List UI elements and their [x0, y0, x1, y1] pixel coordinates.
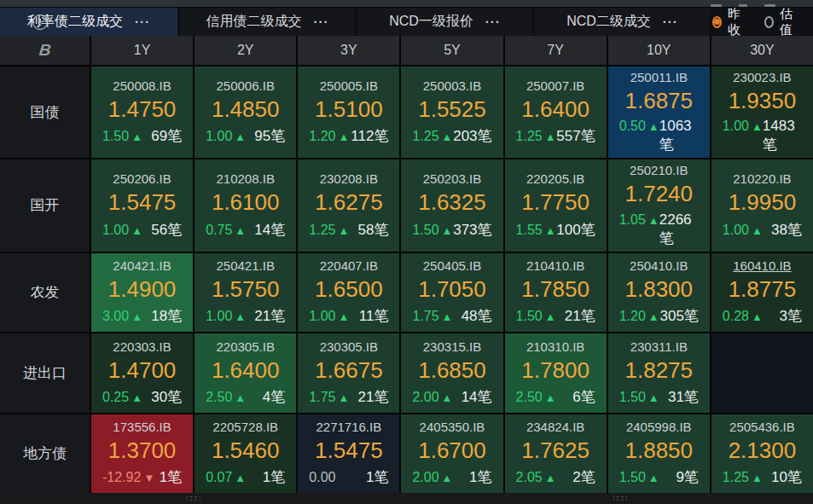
bond-code: 230311.IB: [608, 339, 710, 354]
up-arrow-icon: ▲: [442, 310, 453, 323]
bond-code: 250003.IB: [401, 78, 502, 93]
change-value: 2.00▲: [412, 470, 452, 485]
bond-rate: 1.8850: [608, 439, 710, 462]
bond-rate: 1.6500: [298, 278, 399, 301]
maximize-icon[interactable]: [739, 4, 747, 7]
trade-count: 58笔: [358, 220, 389, 240]
bond-rate: 1.7625: [505, 439, 607, 462]
change-value: 1.50▲: [516, 309, 556, 324]
quote-cell-国开-2Y[interactable]: 210208.IB1.61000.75▲14笔: [195, 159, 296, 251]
change-value: 1.50▲: [619, 390, 659, 405]
quote-cell-地方债-7Y[interactable]: 234824.IB1.76252.05▲2笔: [505, 414, 607, 493]
bond-rate: 1.8300: [608, 278, 710, 301]
quote-cell-国债-2Y[interactable]: 250006.IB1.48501.00▲95笔: [195, 67, 296, 158]
change-value: 1.05▲: [619, 212, 659, 228]
minimize-icon[interactable]: [711, 4, 722, 7]
more-options-icon[interactable]: ···: [663, 14, 678, 29]
drag-handle-icon[interactable]: ∷∷∷: [186, 494, 200, 503]
quote-cell-进出口-3Y[interactable]: 230305.IB1.66751.75▲21笔: [298, 333, 399, 412]
tab-credit-bond-secondary[interactable]: 信用债二级成交···: [180, 8, 355, 36]
quote-cell-农发-1Y[interactable]: 240421.IB1.49003.00▲18笔: [91, 253, 193, 332]
more-options-icon[interactable]: ···: [314, 14, 329, 29]
close-icon[interactable]: [764, 4, 775, 7]
change-value: 0.75▲: [206, 223, 246, 238]
quote-cell-地方债-10Y[interactable]: 2405998.IB1.88501.50▲9笔: [608, 414, 710, 493]
bottom-scroll-bar[interactable]: ∷∷∷ ∷∷∷: [0, 493, 813, 504]
quote-cell-国债-30Y[interactable]: 230023.IB1.93501.00▲1483笔: [711, 67, 813, 158]
quote-cell-农发-5Y[interactable]: 250405.IB1.70501.75▲48笔: [401, 253, 502, 332]
bond-rate: 1.9950: [711, 191, 813, 214]
tab-label: NCD二级成交: [566, 13, 651, 31]
trade-count: 2266笔: [659, 211, 699, 248]
trade-count: 1笔: [263, 467, 285, 487]
quote-cell-国开-5Y[interactable]: 250203.IB1.63251.50▲373笔: [401, 159, 502, 251]
bond-code: 250007.IB: [505, 78, 607, 93]
quote-cell-地方债-5Y[interactable]: 2405350.IB1.67002.00▲1笔: [401, 414, 502, 493]
trade-count: 14笔: [254, 220, 285, 240]
quote-cell-进出口-7Y[interactable]: 210310.IB1.78002.50▲6笔: [505, 333, 607, 412]
trade-count: 203笔: [453, 126, 491, 146]
bond-rate: 1.6325: [401, 191, 502, 214]
more-options-icon[interactable]: ···: [485, 14, 501, 29]
quote-cell-国开-1Y[interactable]: 250206.IB1.54751.00▲56笔: [91, 159, 193, 251]
change-value: 1.20▲: [619, 309, 659, 324]
quote-cell-农发-2Y[interactable]: 250421.IB1.57501.00▲21笔: [195, 253, 296, 332]
bond-code: 250008.IB: [91, 78, 193, 93]
bond-rate: 1.8275: [608, 359, 710, 382]
trade-count: 557笔: [556, 126, 595, 146]
trade-count: 4笔: [263, 387, 285, 407]
drag-handle-icon[interactable]: ∷∷∷: [613, 494, 626, 503]
radio-prev-close[interactable]: 昨收: [712, 6, 746, 38]
up-arrow-icon: ▲: [648, 214, 659, 227]
quote-cell-地方债-2Y[interactable]: 2205728.IB1.54600.07▲1笔: [195, 414, 296, 493]
quote-cell-进出口-2Y[interactable]: 220305.IB1.64002.50▲4笔: [195, 333, 296, 412]
tab-rate-bond-secondary[interactable]: !利率债二级成交···: [0, 8, 177, 36]
quote-cell-国开-30Y[interactable]: 210220.IB1.99501.00▲38笔: [711, 159, 813, 251]
quote-cell-进出口-1Y[interactable]: 220303.IB1.47000.25▲30笔: [91, 333, 193, 412]
bond-rate: 1.6400: [505, 98, 607, 121]
change-value: 2.50▲: [516, 390, 556, 405]
quote-cell-地方债-30Y[interactable]: 2505436.IB2.13001.25▲10笔: [711, 414, 813, 493]
window-titlebar: [0, 0, 813, 7]
up-arrow-icon: ▲: [752, 224, 763, 237]
radio-valuation[interactable]: 估值: [764, 6, 798, 38]
quote-cell-进出口-5Y[interactable]: 230315.IB1.68502.00▲14笔: [401, 333, 502, 412]
quote-cell-地方债-1Y[interactable]: 173556.IB1.3700-12.92▼1笔: [91, 414, 193, 493]
up-arrow-icon: ▲: [545, 391, 556, 404]
bond-rate: 1.9350: [711, 90, 813, 113]
quote-cell-国债-7Y[interactable]: 250007.IB1.64001.25▲557笔: [505, 67, 607, 158]
quote-cell-国开-3Y[interactable]: 230208.IB1.62751.25▲58笔: [298, 159, 399, 251]
quote-cell-农发-7Y[interactable]: 210410.IB1.78501.50▲21笔: [505, 253, 607, 332]
up-arrow-icon: ▲: [235, 472, 246, 484]
quote-cell-农发-30Y[interactable]: 160410.IB1.87750.28▲3笔: [711, 253, 813, 332]
quote-cell-农发-10Y[interactable]: 250410.IB1.83001.20▲305笔: [608, 253, 710, 332]
up-arrow-icon: ▲: [752, 310, 763, 323]
tab-ncd-secondary[interactable]: NCD二级成交···: [535, 8, 710, 36]
change-value: 1.00▲: [102, 223, 142, 238]
quote-cell-地方债-3Y[interactable]: 2271716.IB1.54750.001笔: [298, 414, 399, 493]
bond-code: 250203.IB: [401, 171, 502, 186]
quote-cell-国债-10Y[interactable]: 250011.IB1.68750.50▲1063笔: [608, 67, 710, 158]
quote-cell-进出口-10Y[interactable]: 230311.IB1.82751.50▲31笔: [608, 333, 710, 412]
info-icon[interactable]: !: [32, 14, 48, 30]
bond-rate: 1.7750: [505, 191, 607, 214]
quote-cell-国开-10Y[interactable]: 250210.IB1.72401.05▲2266笔: [608, 159, 710, 251]
change-value: 0.07▲: [206, 470, 246, 485]
tab-ncd-primary-quote[interactable]: NCD一级报价···: [357, 8, 532, 36]
change-value: 0.25▲: [102, 390, 142, 405]
quote-cell-农发-3Y[interactable]: 220407.IB1.65001.00▲11笔: [298, 253, 399, 332]
quote-cell-国债-1Y[interactable]: 250008.IB1.47501.50▲69笔: [91, 67, 193, 158]
bond-code: 2405998.IB: [608, 420, 710, 434]
quote-cell-国债-3Y[interactable]: 250005.IB1.51001.20▲112笔: [298, 67, 399, 158]
change-value: 1.25▲: [309, 223, 349, 238]
change-value: 3.00▲: [102, 309, 142, 324]
bond-rate: 1.4850: [195, 98, 296, 121]
bond-rate: 1.4700: [91, 359, 193, 382]
up-arrow-icon: ▲: [545, 130, 556, 143]
up-arrow-icon: ▲: [442, 391, 453, 404]
quote-cell-国开-7Y[interactable]: 220205.IB1.77501.55▲100笔: [505, 159, 607, 251]
more-options-icon[interactable]: ···: [135, 14, 150, 29]
quote-cell-国债-5Y[interactable]: 250003.IB1.55251.25▲203笔: [401, 67, 502, 158]
column-header-7Y: 7Y: [505, 36, 607, 65]
change-value: 1.20▲: [309, 129, 349, 144]
